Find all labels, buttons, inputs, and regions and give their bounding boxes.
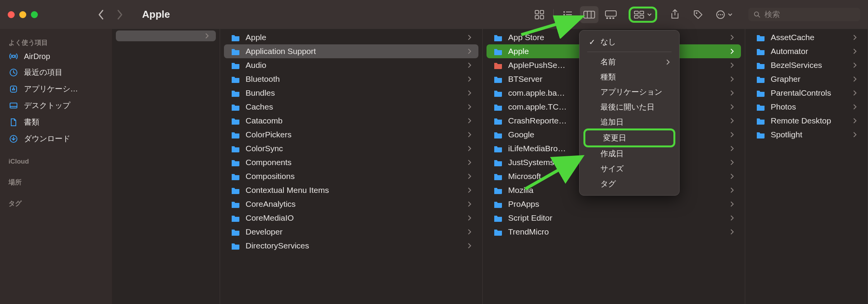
sidebar-item-recents[interactable]: 最近の項目 — [4, 64, 108, 81]
menu-item[interactable]: 最後に開いた日 — [583, 100, 676, 115]
folder-icon — [231, 172, 240, 180]
list-item[interactable]: Automator — [749, 44, 864, 58]
list-item[interactable]: Apple — [224, 30, 478, 44]
group-by-menu: ✓なし名前種類アプリケーション最後に開いた日追加日変更日作成日サイズタグ — [579, 30, 680, 196]
folder-icon — [493, 131, 503, 138]
chevron-right-icon — [468, 173, 471, 179]
row-label: Contextual Menu Items — [246, 186, 329, 195]
tags-button[interactable] — [689, 6, 707, 23]
sidebar-item-applications[interactable]: アプリケーシ… — [4, 81, 108, 97]
folder-icon — [231, 186, 240, 194]
chevron-right-icon — [730, 104, 734, 110]
list-item[interactable]: Grapher — [749, 72, 864, 86]
list-item[interactable]: Remote Desktop — [749, 114, 864, 128]
row-label: Photos — [771, 102, 796, 111]
folder-icon — [493, 145, 503, 152]
svg-point-21 — [696, 12, 697, 14]
menu-item[interactable]: 変更日 — [583, 128, 675, 147]
doc-icon — [8, 118, 19, 127]
list-view-button[interactable] — [558, 6, 577, 23]
menu-item-label: 名前 — [600, 57, 616, 67]
list-item[interactable]: Caches — [224, 100, 478, 114]
chevron-right-icon — [468, 201, 471, 207]
close-window-button[interactable] — [8, 11, 15, 18]
back-button[interactable] — [93, 6, 110, 23]
sidebar-item-label: 書類 — [24, 117, 39, 127]
list-item[interactable]: Components — [224, 155, 478, 169]
chevron-right-icon — [853, 118, 857, 124]
sidebar-item-downloads[interactable]: ダウンロード — [4, 130, 108, 147]
list-item[interactable]: DirectoryServices — [224, 239, 478, 253]
list-item[interactable]: Bundles — [224, 86, 478, 100]
list-item[interactable]: TrendMicro — [487, 225, 741, 239]
menu-item[interactable]: アプリケーション — [583, 84, 676, 100]
list-item[interactable]: Compositions — [224, 169, 478, 183]
menu-item[interactable]: ✓なし — [583, 34, 676, 49]
list-item[interactable]: Catacomb — [224, 114, 478, 128]
menu-item[interactable]: タグ — [583, 176, 676, 191]
folder-icon — [493, 214, 503, 222]
group-by-button[interactable] — [629, 7, 657, 23]
list-item[interactable]: CoreAnalytics — [224, 197, 478, 211]
list-item[interactable]: Contextual Menu Items — [224, 183, 478, 197]
chevron-right-icon — [468, 132, 471, 138]
row-label: ColorPickers — [246, 130, 292, 139]
list-item[interactable]: Audio — [224, 58, 478, 72]
list-item[interactable]: ProApps — [487, 197, 741, 211]
list-item[interactable]: BezelServices — [749, 58, 864, 72]
svg-rect-13 — [605, 11, 616, 16]
sidebar-item-desktop[interactable]: デスクトップ — [4, 97, 108, 114]
row-label: com.apple.ba… — [508, 88, 565, 98]
minimize-window-button[interactable] — [19, 11, 26, 18]
icon-view-button[interactable] — [530, 6, 549, 23]
folder-icon — [493, 75, 503, 83]
list-item[interactable] — [116, 30, 216, 41]
actions-button[interactable] — [712, 6, 736, 23]
list-item[interactable]: Bluetooth — [224, 72, 478, 86]
fullscreen-window-button[interactable] — [31, 11, 38, 18]
sidebar-item-airdrop[interactable]: AirDrop — [4, 49, 108, 64]
menu-item[interactable]: 種類 — [583, 69, 676, 84]
list-item[interactable]: Script Editor — [487, 211, 741, 225]
menu-item[interactable]: 名前 — [583, 54, 676, 69]
gallery-view-button[interactable] — [602, 6, 620, 23]
folder-icon — [231, 228, 240, 236]
menu-item[interactable]: 作成日 — [583, 146, 676, 161]
folder-icon — [231, 200, 240, 208]
list-item[interactable]: Application Support — [224, 44, 478, 58]
chevron-down-icon — [647, 12, 652, 17]
window-buttons — [8, 11, 38, 18]
chevron-right-icon — [468, 215, 471, 221]
chevron-right-icon — [730, 118, 734, 124]
row-label: Spotlight — [771, 130, 802, 139]
share-button[interactable] — [666, 6, 684, 23]
list-item[interactable]: Photos — [749, 100, 864, 114]
list-item[interactable]: AssetCache — [749, 30, 864, 44]
folder-icon — [493, 61, 503, 69]
columns-area: AppleApplication SupportAudioBluetoothBu… — [112, 29, 868, 304]
list-item[interactable]: Spotlight — [749, 128, 864, 142]
svg-rect-18 — [634, 15, 638, 18]
column-view-button[interactable] — [580, 6, 598, 23]
chevron-right-icon — [468, 145, 471, 152]
list-item[interactable]: ParentalControls — [749, 86, 864, 100]
folder-icon — [231, 103, 240, 111]
list-item[interactable]: ColorPickers — [224, 128, 478, 142]
chevron-right-icon — [853, 48, 857, 54]
folder-icon — [231, 214, 240, 222]
chevron-right-icon — [468, 34, 471, 41]
list-item[interactable]: ColorSync — [224, 142, 478, 155]
chevron-right-icon — [730, 215, 734, 221]
search-field[interactable] — [748, 8, 860, 21]
forward-button[interactable] — [111, 6, 128, 23]
menu-item[interactable]: サイズ — [583, 161, 676, 176]
list-item[interactable]: CoreMediaIO — [224, 211, 478, 225]
row-label: BTServer — [508, 74, 542, 84]
folder-icon — [231, 145, 240, 152]
folder-icon — [756, 75, 765, 83]
menu-item[interactable]: 追加日 — [583, 115, 676, 130]
sidebar-item-documents[interactable]: 書類 — [4, 114, 108, 130]
chevron-right-icon — [730, 48, 734, 54]
list-item[interactable]: Developer — [224, 225, 478, 239]
search-input[interactable] — [765, 10, 855, 19]
